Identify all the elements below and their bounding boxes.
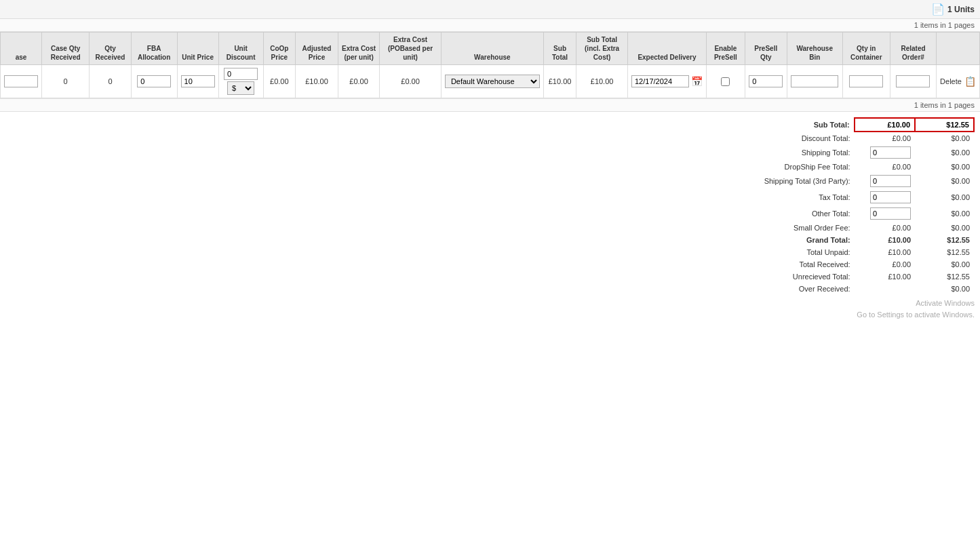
copy-icon[interactable]: 📋 bbox=[964, 76, 976, 87]
unit-discount-currency-select[interactable]: $ £ % bbox=[227, 81, 254, 95]
unit-discount-input[interactable] bbox=[224, 68, 258, 80]
cell-sub-total: £10.00 bbox=[543, 65, 576, 98]
shipping-3rd-label: Shipping Total (3rd Party): bbox=[737, 173, 855, 189]
th-unit-discount: Unit Discount bbox=[218, 33, 263, 65]
shipping-total-input[interactable] bbox=[870, 146, 911, 159]
table-row: 0 0 $ £ % bbox=[1, 65, 980, 98]
th-sub-total: Sub Total bbox=[543, 33, 576, 65]
total-received-gbp: £0.00 bbox=[855, 258, 915, 271]
orders-table: ase Case Qty Received Qty Received FBA A… bbox=[0, 32, 980, 98]
unreceived-total-label: Unrecieved Total: bbox=[737, 271, 855, 283]
unit-price-input[interactable] bbox=[181, 75, 215, 87]
total-received-usd: $0.00 bbox=[915, 258, 974, 271]
totals-row-tax: Tax Total: $0.00 bbox=[737, 189, 974, 205]
grand-total-label: Grand Total: bbox=[737, 234, 855, 246]
th-enable-presell: Enable PreSell bbox=[706, 33, 745, 65]
totals-row-subtotal: Sub Total: £10.00 $12.55 bbox=[737, 118, 974, 132]
small-order-fee-usd: $0.00 bbox=[915, 222, 974, 234]
cell-expected-delivery: 📅 bbox=[627, 65, 706, 98]
totals-row-grand: Grand Total: £10.00 $12.55 bbox=[737, 234, 974, 246]
small-order-fee-gbp: £0.00 bbox=[855, 222, 915, 234]
dropship-fee-usd: $0.00 bbox=[915, 161, 974, 173]
related-order-input[interactable] bbox=[896, 75, 930, 87]
sub-total-usd: $12.55 bbox=[915, 118, 974, 132]
tax-total-usd: $0.00 bbox=[915, 189, 974, 205]
shipping-3rd-input-cell bbox=[855, 173, 915, 189]
th-qty-in-container: Qty in Container bbox=[842, 33, 890, 65]
coop-price-value: £0.00 bbox=[270, 77, 289, 85]
fba-allocation-input[interactable] bbox=[137, 75, 171, 87]
sub-total-gbp: £10.00 bbox=[855, 118, 915, 132]
totals-row-small-order: Small Order Fee: £0.00 $0.00 bbox=[737, 222, 974, 234]
expected-delivery-input[interactable] bbox=[631, 75, 689, 87]
th-unit-price: Unit Price bbox=[177, 33, 218, 65]
cell-presell-qty bbox=[745, 65, 787, 98]
shipping-3rd-usd: $0.00 bbox=[915, 173, 974, 189]
tax-total-label: Tax Total: bbox=[737, 189, 855, 205]
over-received-gbp bbox=[855, 283, 915, 295]
qty-in-container-input[interactable] bbox=[849, 75, 883, 87]
totals-row-dropship: DropShip Fee Total: £0.00 $0.00 bbox=[737, 161, 974, 173]
totals-row-received: Total Received: £0.00 $0.00 bbox=[737, 258, 974, 271]
cell-actions: Delete 📋 bbox=[937, 65, 980, 98]
delete-button[interactable]: Delete bbox=[940, 77, 962, 85]
enable-presell-checkbox[interactable] bbox=[721, 77, 730, 86]
totals-section: Sub Total: £10.00 $12.55 Discount Total:… bbox=[0, 112, 980, 295]
discount-total-gbp: £0.00 bbox=[855, 132, 915, 144]
unreceived-total-gbp: £10.00 bbox=[855, 271, 915, 283]
total-unpaid-gbp: £10.00 bbox=[855, 246, 915, 258]
presell-qty-input[interactable] bbox=[749, 75, 783, 87]
top-bar: 📄 1 Units bbox=[0, 0, 980, 19]
cell-extra-cost-pobased: £0.00 bbox=[380, 65, 442, 98]
table-header-row: ase Case Qty Received Qty Received FBA A… bbox=[1, 33, 980, 65]
totals-row-unpaid: Total Unpaid: £10.00 $12.55 bbox=[737, 246, 974, 258]
tax-total-input[interactable] bbox=[870, 191, 911, 203]
units-badge: 📄 1 Units bbox=[931, 3, 975, 16]
th-extra-cost-pobased: Extra Cost (POBased per unit) bbox=[380, 33, 442, 65]
cell-warehouse: Default Warehouse bbox=[441, 65, 543, 98]
cell-qty-received: 0 bbox=[90, 65, 131, 98]
warehouse-bin-input[interactable] bbox=[791, 75, 838, 87]
cell-unit-price bbox=[177, 65, 218, 98]
warehouse-select[interactable]: Default Warehouse bbox=[445, 75, 540, 88]
sub-total-value: £10.00 bbox=[549, 77, 572, 85]
over-received-usd: $0.00 bbox=[915, 283, 974, 295]
other-total-input[interactable] bbox=[870, 207, 911, 220]
extra-cost-per-unit-value: £0.00 bbox=[349, 77, 368, 85]
cell-qty-in-container bbox=[842, 65, 890, 98]
cell-enable-presell bbox=[706, 65, 745, 98]
adjusted-price-value: £10.00 bbox=[305, 77, 328, 85]
discount-total-usd: $0.00 bbox=[915, 132, 974, 144]
totals-row-shipping: Shipping Total: $0.00 bbox=[737, 144, 974, 161]
qty-received-value: 0 bbox=[108, 77, 112, 85]
over-received-label: Over Received: bbox=[737, 283, 855, 295]
th-fba-allocation: FBA Allocation bbox=[131, 33, 177, 65]
cell-extra-cost-per-unit: £0.00 bbox=[338, 65, 379, 98]
base-input[interactable] bbox=[4, 75, 38, 87]
totals-row-unreceived: Unrecieved Total: £10.00 $12.55 bbox=[737, 271, 974, 283]
discount-total-label: Discount Total: bbox=[737, 132, 855, 144]
other-total-label: Other Total: bbox=[737, 205, 855, 222]
th-expected-delivery: Expected Delivery bbox=[627, 33, 706, 65]
totals-row-shipping-3rd: Shipping Total (3rd Party): $0.00 bbox=[737, 173, 974, 189]
total-unpaid-usd: $12.55 bbox=[915, 246, 974, 258]
shipping-total-label: Shipping Total: bbox=[737, 144, 855, 161]
total-unpaid-label: Total Unpaid: bbox=[737, 246, 855, 258]
cell-fba-allocation bbox=[131, 65, 177, 98]
shipping-3rd-input[interactable] bbox=[870, 175, 911, 187]
totals-row-other: Other Total: $0.00 bbox=[737, 205, 974, 222]
pagination-label-bottom: 1 items in 1 pages bbox=[914, 101, 975, 109]
calendar-icon[interactable]: 📅 bbox=[691, 76, 703, 87]
main-table-wrapper: ase Case Qty Received Qty Received FBA A… bbox=[0, 32, 980, 98]
th-related-order: Related Order# bbox=[890, 33, 936, 65]
totals-row-over-received: Over Received: $0.00 bbox=[737, 283, 974, 295]
cell-case-qty-received: 0 bbox=[42, 65, 90, 98]
total-received-label: Total Received: bbox=[737, 258, 855, 271]
pagination-label-top: 1 items in 1 pages bbox=[914, 21, 975, 29]
extra-cost-pobased-value: £0.00 bbox=[401, 77, 420, 85]
th-adjusted-price: Adjusted Price bbox=[296, 33, 338, 65]
th-extra-cost-per-unit: Extra Cost (per unit) bbox=[338, 33, 379, 65]
activate-windows-text: Activate Windows Go to Settings to activ… bbox=[857, 298, 975, 320]
units-label: 1 Units bbox=[947, 5, 975, 14]
cell-related-order bbox=[890, 65, 936, 98]
